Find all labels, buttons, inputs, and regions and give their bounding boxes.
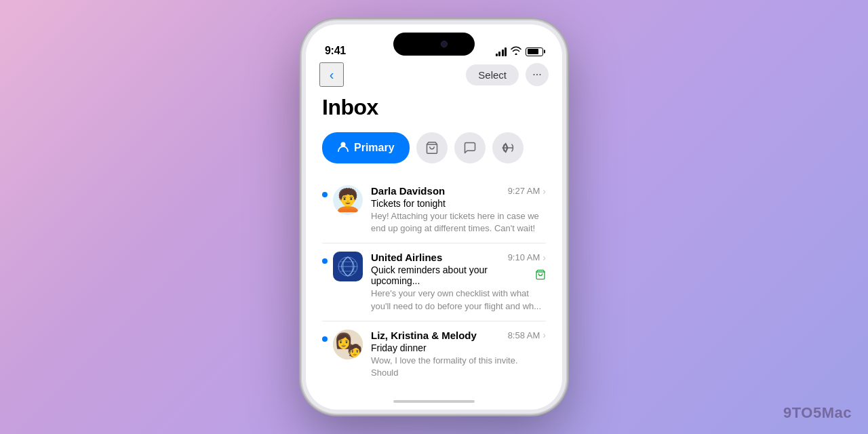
chevron-right-icon: › [542,186,546,197]
email-sender: United Airlines [371,252,442,263]
chevron-right-icon: › [542,252,546,263]
email-time: 8:58 AM [508,330,540,340]
email-body: United Airlines 9:10 AM › Quick reminder… [371,252,546,312]
email-subject: Friday dinner [371,342,546,353]
back-chevron-icon: ‹ [330,67,334,83]
more-button[interactable]: ··· [526,63,549,86]
email-subject: Quick reminders about your upcoming... [371,264,546,286]
email-preview: Here's your very own checklist with what… [371,288,546,312]
email-time: 9:10 AM [508,252,540,262]
email-subject: Tickets for tonight [371,198,546,209]
email-sender: Liz, Kristina & Melody [371,330,477,341]
phone-screen: 9:41 [306,24,562,410]
email-header: Darla Davidson 9:27 AM › [371,185,546,197]
primary-tab-label: Primary [354,142,395,154]
wifi-icon [511,46,521,57]
front-camera [441,41,448,47]
inbox-title: Inbox [322,95,546,120]
email-time-wrap: 9:27 AM › [508,186,546,197]
nav-actions: Select ··· [466,63,549,86]
cart-tag-icon [535,269,546,282]
status-time: 9:41 [325,45,346,57]
unread-dot [322,192,328,197]
battery-fill [528,49,539,54]
email-item[interactable]: 👩 🧑 Liz, Kristina & Melody 8:58 AM › [322,321,546,387]
person-icon [337,140,349,155]
category-tabs: Primary [322,132,546,163]
email-time-wrap: 8:58 AM › [508,330,546,340]
home-bar [393,400,475,403]
email-preview: Hey! Attaching your tickets here in case… [371,210,546,235]
home-indicator [306,393,562,410]
avatar [333,252,363,281]
signal-icon [496,47,507,56]
unread-dot [322,336,328,342]
email-list: 🧑‍🦱 Darla Davidson 9:27 AM › Tickets for… [322,177,546,387]
unread-dot [322,258,328,264]
avatar: 👩 🧑 [333,330,363,359]
email-preview: Wow, I love the formality of this invite… [371,355,546,379]
phone-frame: 9:41 [302,20,566,414]
cart-icon [425,141,439,155]
content-area: Inbox Primary [306,95,562,393]
email-time: 9:27 AM [508,186,540,196]
email-item[interactable]: United Airlines 9:10 AM › Quick reminder… [322,243,546,321]
back-button[interactable]: ‹ [319,62,344,87]
megaphone-icon [501,141,515,155]
watermark-text: 9TO5Mac [783,404,852,422]
tab-shopping[interactable] [416,132,448,163]
status-icons [496,46,544,57]
email-body: Liz, Kristina & Melody 8:58 AM › Friday … [371,330,546,379]
battery-icon [526,47,543,56]
chevron-right-icon: › [542,330,546,340]
united-airlines-logo [335,254,361,279]
avatar: 🧑‍🦱 [333,185,363,215]
tab-promotions[interactable] [492,132,524,163]
email-header: Liz, Kristina & Melody 8:58 AM › [371,330,546,341]
nav-bar: ‹ Select ··· [306,62,562,95]
email-header: United Airlines 9:10 AM › [371,252,546,263]
message-icon [463,141,477,155]
email-time-wrap: 9:10 AM › [508,252,546,263]
dynamic-island [393,33,475,56]
tab-primary[interactable]: Primary [322,132,410,163]
email-body: Darla Davidson 9:27 AM › Tickets for ton… [371,185,546,235]
email-item[interactable]: 🧑‍🦱 Darla Davidson 9:27 AM › Tickets for… [322,177,546,243]
select-button[interactable]: Select [466,64,519,85]
email-sender: Darla Davidson [371,185,445,197]
tab-messages[interactable] [454,132,486,163]
